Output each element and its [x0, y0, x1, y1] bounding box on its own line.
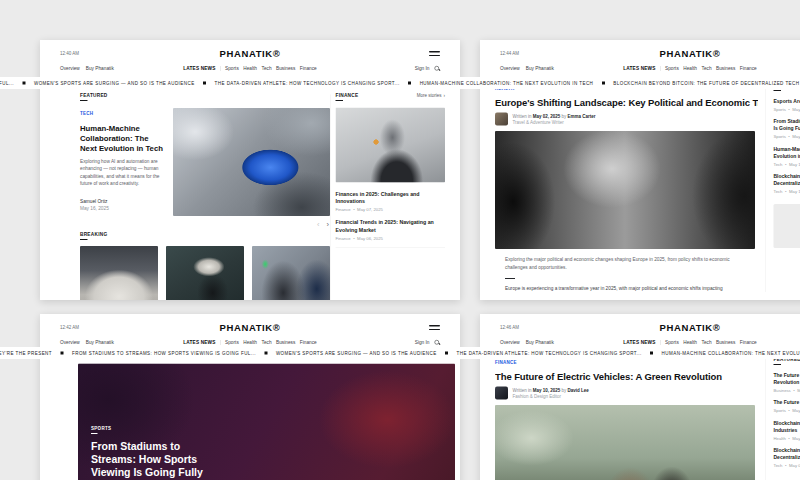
- lates-news-link[interactable]: LATES NEWS: [183, 66, 215, 72]
- ticker-headline[interactable]: FROM STADIUMS TO STREAMS: HOW SPORTS VIE…: [72, 351, 256, 356]
- menu-icon[interactable]: [429, 51, 440, 56]
- square-separator-icon: [408, 82, 411, 85]
- ticker-headline[interactable]: FROM STADIUMS TO STREAMS: HOW SPORTS VIE…: [0, 81, 14, 86]
- article-body: Europe is experiencing a transformative …: [505, 284, 748, 292]
- search-icon[interactable]: [434, 65, 440, 71]
- nav-business[interactable]: Business: [716, 66, 735, 72]
- sign-in-link[interactable]: Sign In: [415, 340, 430, 346]
- more-stories-link[interactable]: More stories›: [417, 93, 445, 98]
- sidebar-article[interactable]: From Stadiums to Streams: How Sports Vie…: [774, 118, 800, 139]
- news-ticker-top: FROM STADIUMS TO STREAMS: HOW SPORTS VIE…: [0, 77, 800, 89]
- breaking-card-image-1[interactable]: [80, 246, 158, 300]
- nav-tech[interactable]: Tech: [702, 340, 712, 346]
- nav-sports[interactable]: Sports: [665, 340, 679, 346]
- lates-news-link[interactable]: LATES NEWS: [623, 340, 655, 346]
- ticker-headline[interactable]: HUMAN-MACHINE COLLABORATION: THE NEXT EV…: [420, 81, 594, 86]
- byline-role: Travel & Adventure Writer: [513, 120, 596, 125]
- category-tag-sports[interactable]: SPORTS: [91, 426, 296, 435]
- sidebar-article[interactable]: Human-Machine Collaboration: The Next Ev…: [774, 146, 800, 167]
- sidebar-article[interactable]: Blockchain Beyond Bitcoin: The Future of…: [774, 447, 800, 468]
- dot-separator: •: [788, 107, 789, 112]
- brand-logo[interactable]: PHANATIK®: [60, 48, 440, 59]
- nav-sports[interactable]: Sports: [665, 66, 679, 72]
- nav-health[interactable]: Health: [683, 340, 697, 346]
- nav-sports[interactable]: Sports: [225, 66, 239, 72]
- sidebar-article[interactable]: The Future of Electric Vehicles: A Green…: [774, 372, 800, 393]
- square-separator-icon: [60, 352, 63, 355]
- ticker-headline[interactable]: ESPORTS AREN'T THE FUTURE — THEY'RE THE …: [0, 351, 52, 356]
- search-icon[interactable]: [434, 339, 440, 345]
- nav-business[interactable]: Business: [276, 66, 295, 72]
- author-avatar: [495, 387, 508, 400]
- sidebar-article[interactable]: The Future of Work: AI and Job Creation …: [774, 399, 800, 413]
- lead-article-image[interactable]: [173, 108, 330, 216]
- overview-link[interactable]: Overview: [60, 340, 80, 346]
- lates-news-link[interactable]: LATES NEWS: [623, 66, 655, 72]
- ticker-headline[interactable]: HUMAN-MACHINE COLLABORATION: THE NEXT EV…: [662, 351, 800, 356]
- square-separator-icon: [264, 352, 267, 355]
- buy-phanatik-link[interactable]: Buy Phanatik: [86, 340, 114, 346]
- buy-phanatik-link[interactable]: Buy Phanatik: [526, 66, 554, 72]
- finance-article-title[interactable]: Financial Trends in 2025: Navigating an …: [336, 219, 446, 234]
- finance-section-label: FINANCE: [336, 93, 359, 102]
- nav-tech[interactable]: Tech: [262, 340, 272, 346]
- lead-article-title[interactable]: Human-Machine Collaboration: The Next Ev…: [80, 123, 165, 153]
- overview-link[interactable]: Overview: [60, 66, 80, 72]
- breaking-card-image-2[interactable]: [166, 246, 244, 300]
- dot-separator: •: [785, 162, 786, 167]
- carousel-next-icon[interactable]: ›: [327, 220, 330, 228]
- brand-logo[interactable]: PHANATIK®: [500, 48, 800, 59]
- byline-date: May 02, 2025: [533, 114, 561, 119]
- divider: [660, 66, 661, 71]
- brand-logo[interactable]: PHANATIK®: [500, 322, 800, 333]
- nav-health[interactable]: Health: [243, 66, 257, 72]
- overview-link[interactable]: Overview: [500, 340, 520, 346]
- carousel-controls: ‹ ›: [81, 220, 329, 228]
- nav-tech[interactable]: Tech: [262, 66, 272, 72]
- nav-finance[interactable]: Finance: [300, 66, 317, 72]
- finance-article-image[interactable]: [336, 108, 446, 183]
- divider: [660, 340, 661, 345]
- divider: [220, 66, 221, 71]
- window-article-sports: 12:42 AM PHANATIK® Overview Buy Phanatik…: [40, 314, 460, 480]
- category-tag-tech[interactable]: TECH: [80, 111, 93, 119]
- brand-logo[interactable]: PHANATIK®: [60, 322, 440, 333]
- sidebar-article[interactable]: Esports Aren't the Future — They're the …: [774, 98, 800, 112]
- nav-health[interactable]: Health: [683, 66, 697, 72]
- hero-article[interactable]: SPORTS From Stadiums to Streams: How Spo…: [78, 364, 455, 480]
- nav-tech[interactable]: Tech: [702, 66, 712, 72]
- nav-finance[interactable]: Finance: [740, 66, 757, 72]
- window-article-ev: 12:46 AM PHANATIK® Overview Buy Phanatik…: [480, 314, 800, 480]
- nav-business[interactable]: Business: [716, 340, 735, 346]
- category-tag-finance[interactable]: FINANCE: [495, 360, 517, 368]
- nav-sports[interactable]: Sports: [225, 340, 239, 346]
- nav-health[interactable]: Health: [243, 340, 257, 346]
- ticker-headline[interactable]: WOMEN'S SPORTS ARE SURGING — AND SO IS T…: [276, 351, 437, 356]
- byline-author: David Lee: [567, 388, 588, 393]
- nav-finance[interactable]: Finance: [740, 340, 757, 346]
- sidebar-article[interactable]: Blockchain Beyond Bitcoin: The Future of…: [774, 173, 800, 194]
- buy-phanatik-link[interactable]: Buy Phanatik: [526, 340, 554, 346]
- lead-article: TECH Human-Machine Collaboration: The Ne…: [80, 108, 330, 216]
- dot-separator: •: [788, 408, 789, 413]
- lead-article-author: Samuel Ortiz: [80, 198, 165, 204]
- finance-article-title[interactable]: Finances in 2025: Challenges and Innovat…: [336, 190, 446, 205]
- ticker-headline[interactable]: WOMEN'S SPORTS ARE SURGING — AND SO IS T…: [34, 81, 195, 86]
- carousel-prev-icon[interactable]: ‹: [317, 220, 320, 228]
- ticker-headline[interactable]: THE DATA-DRIVEN ATHLETE: HOW TECHNOLOGY …: [457, 351, 642, 356]
- sign-in-link[interactable]: Sign In: [415, 66, 430, 72]
- breaking-card-image-3[interactable]: [252, 246, 330, 300]
- ticker-headline[interactable]: THE DATA-DRIVEN ATHLETE: HOW TECHNOLOGY …: [215, 81, 400, 86]
- lates-news-link[interactable]: LATES NEWS: [183, 340, 215, 346]
- hero-article-title[interactable]: From Stadiums to Streams: How Sports Vie…: [91, 440, 217, 480]
- ticker-headline[interactable]: BLOCKCHAIN BEYOND BITCOIN: THE FUTURE OF…: [613, 81, 799, 86]
- nav-finance[interactable]: Finance: [300, 340, 317, 346]
- news-ticker-bottom: ESPORTS AREN'T THE FUTURE — THEY'RE THE …: [0, 347, 800, 359]
- nav-business[interactable]: Business: [276, 340, 295, 346]
- sidebar-article[interactable]: Blockchain Beyond Bitcoin: Transforming …: [774, 420, 800, 441]
- article-excerpt: Exploring the major political and econom…: [505, 256, 748, 271]
- menu-icon[interactable]: [429, 325, 440, 330]
- buy-phanatik-link[interactable]: Buy Phanatik: [86, 66, 114, 72]
- byline-role: Fashion & Design Editor: [513, 394, 589, 399]
- overview-link[interactable]: Overview: [500, 66, 520, 72]
